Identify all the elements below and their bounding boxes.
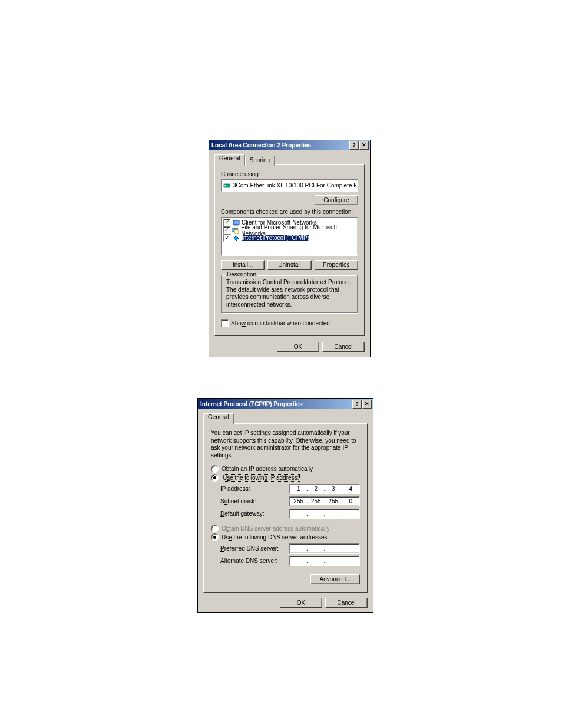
properties-button[interactable]: Properties xyxy=(315,260,358,270)
subnet-mask-field[interactable]: 255. 255. 255. 0 xyxy=(289,496,360,506)
tab-sharing[interactable]: Sharing xyxy=(245,156,275,166)
checkbox[interactable]: ✓ xyxy=(223,219,231,226)
radio-static-dns-label: Use the following DNS server addresses: xyxy=(222,534,329,541)
description-text: Transmission Control Protocol/Internet P… xyxy=(226,279,353,308)
install-button[interactable]: Install... xyxy=(221,260,265,270)
default-gateway-label: Default gateway: xyxy=(220,510,265,517)
configure-button[interactable]: Configure xyxy=(315,195,358,205)
tab-general[interactable]: General xyxy=(203,413,234,424)
connect-using-label: Connect using: xyxy=(221,171,358,177)
ok-button[interactable]: OK xyxy=(280,598,322,608)
list-item-label: Internet Protocol (TCP/IP) xyxy=(242,235,309,241)
titlebar[interactable]: Local Area Connection 2 Properties ? ✕ xyxy=(209,140,370,150)
radio-auto-ip[interactable] xyxy=(211,465,219,473)
checkbox[interactable]: ✓ xyxy=(223,226,230,234)
sharing-icon xyxy=(232,227,239,234)
tab-page-general: Connect using: 3Com EtherLink XL 10/100 … xyxy=(214,164,365,336)
list-item[interactable]: ✓ File and Printer Sharing for Microsoft… xyxy=(223,226,356,234)
help-button[interactable]: ? xyxy=(349,141,359,150)
show-icon-label: Show icon in taskbar when connected xyxy=(231,320,330,327)
svg-rect-3 xyxy=(234,225,238,226)
tcpip-properties-dialog: Internet Protocol (TCP/IP) Properties ? … xyxy=(197,398,373,613)
ip-address-label: IP address: xyxy=(220,486,250,492)
preferred-dns-field[interactable]: . . . xyxy=(289,543,360,554)
radio-static-dns[interactable] xyxy=(211,533,219,541)
lac-properties-dialog: Local Area Connection 2 Properties ? ✕ G… xyxy=(209,140,371,357)
show-icon-checkbox[interactable] xyxy=(221,319,229,327)
intro-text: You can get IP settings assigned automat… xyxy=(211,430,360,459)
tab-page-general: You can get IP settings assigned automat… xyxy=(203,423,368,593)
close-button[interactable]: ✕ xyxy=(359,141,369,150)
radio-auto-dns-label: Obtain DNS server address automatically xyxy=(222,525,329,532)
alternate-dns-label: Alternate DNS server: xyxy=(220,558,277,564)
default-gateway-field[interactable]: . . . xyxy=(289,509,360,519)
radio-static-ip[interactable] xyxy=(211,474,219,482)
radio-auto-dns xyxy=(211,525,219,532)
alternate-dns-field[interactable]: . . . xyxy=(289,556,360,566)
ip-address-field[interactable]: 1. 2. 3. 4 xyxy=(289,484,360,494)
tab-general[interactable]: General xyxy=(214,154,245,166)
adapter-name: 3Com EtherLink XL 10/100 PCI For Complet… xyxy=(233,182,356,189)
svg-rect-1 xyxy=(224,185,226,186)
preferred-dns-label: Preferred DNS server: xyxy=(220,545,279,552)
radio-auto-ip-label: Obtain an IP address automatically xyxy=(222,466,313,472)
components-label: Components checked are used by this conn… xyxy=(221,209,358,215)
cancel-button[interactable]: Cancel xyxy=(325,598,368,608)
subnet-mask-label: Subnet mask: xyxy=(220,498,256,505)
window-title: Internet Protocol (TCP/IP) Properties xyxy=(199,401,352,407)
uninstall-button[interactable]: Uninstall xyxy=(267,260,311,270)
close-button[interactable]: ✕ xyxy=(362,400,372,409)
tab-strip: General xyxy=(203,413,368,424)
svg-rect-2 xyxy=(233,220,239,225)
description-legend: Description xyxy=(225,271,258,278)
svg-rect-5 xyxy=(234,230,239,233)
window-title: Local Area Connection 2 Properties xyxy=(210,142,349,149)
checkbox[interactable]: ✓ xyxy=(223,234,231,242)
description-group: Description Transmission Control Protoco… xyxy=(221,275,358,314)
network-card-icon xyxy=(223,182,230,189)
titlebar[interactable]: Internet Protocol (TCP/IP) Properties ? … xyxy=(198,399,373,409)
radio-static-ip-label: Use the following IP address: xyxy=(222,474,300,482)
client-icon xyxy=(233,219,240,226)
protocol-icon xyxy=(233,235,240,242)
help-button[interactable]: ? xyxy=(352,400,362,409)
tab-strip: General Sharing xyxy=(214,154,365,165)
cancel-button[interactable]: Cancel xyxy=(322,342,365,352)
adapter-field[interactable]: 3Com EtherLink XL 10/100 PCI For Complet… xyxy=(221,179,358,192)
ok-button[interactable]: OK xyxy=(277,342,319,352)
advanced-button[interactable]: Advanced... xyxy=(310,574,360,584)
components-listbox[interactable]: ✓ Client for Microsoft Networks ✓ File a… xyxy=(221,217,358,256)
